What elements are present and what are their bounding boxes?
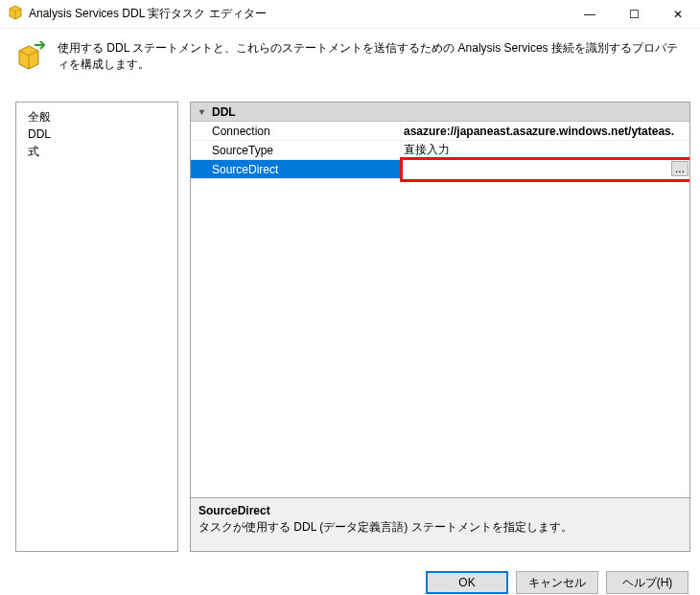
app-icon [8,5,23,23]
grid-body: SourceDirect ... [191,160,689,497]
ok-button-label: OK [458,576,475,589]
ellipsis-button[interactable]: ... [671,161,688,176]
minimize-icon: — [584,8,595,21]
description-pane: SourceDirect タスクが使用する DDL (データ定義言語) ステート… [190,498,690,552]
description-text: タスクが使用する DDL (データ定義言語) ステートメントを指定します。 [198,519,682,536]
titlebar-left: Analysis Services DDL 実行タスク エディター [8,5,267,23]
description-title: SourceDirect [198,504,682,517]
row-sourcetype[interactable]: SourceType 直接入力 [191,141,689,160]
nav-item-expressions[interactable]: 式 [28,143,166,160]
nav-item-ddl[interactable]: DDL [28,126,166,143]
minimize-button[interactable]: — [568,0,612,29]
close-icon: ✕ [673,8,683,21]
maximize-button[interactable]: ☐ [612,0,656,29]
header: 使用する DDL ステートメントと、これらのステートメントを送信するための An… [0,29,700,86]
help-button-label: ヘルプ(H) [622,575,673,591]
cancel-button-label: キャンセル [528,575,586,591]
ok-button[interactable]: OK [426,571,508,594]
prop-value-connection-text: asazure://japaneast.asazure.windows.net/… [404,125,674,138]
window-title: Analysis Services DDL 実行タスク エディター [29,6,267,22]
prop-value-sourcetype-text: 直接入力 [404,142,450,158]
prop-label-connection: Connection [191,122,402,140]
prop-value-connection[interactable]: asazure://japaneast.asazure.windows.net/… [402,122,689,140]
close-button[interactable]: ✕ [656,0,700,29]
window-controls: — ☐ ✕ [568,0,700,29]
row-connection[interactable]: Connection asazure://japaneast.asazure.w… [191,122,689,141]
cancel-button[interactable]: キャンセル [516,571,598,594]
category-label: DDL [212,105,236,119]
footer: OK キャンセル ヘルプ(H) [0,561,700,595]
prop-value-sourcedirect[interactable]: ... [402,160,689,178]
ellipsis-icon: ... [675,163,685,174]
category-header[interactable]: ▾ DDL [191,103,689,122]
property-grid: ▾ DDL Connection asazure://japaneast.asa… [190,102,690,498]
help-button[interactable]: ヘルプ(H) [606,571,688,594]
header-description: 使用する DDL ステートメントと、これらのステートメントを送信するための An… [58,40,685,73]
body: 全般 DDL 式 ▾ DDL Connection asazure://japa… [0,86,700,561]
nav-item-general[interactable]: 全般 [28,108,166,126]
task-icon [15,41,46,72]
main-panel: ▾ DDL Connection asazure://japaneast.asa… [190,102,690,552]
chevron-down-icon: ▾ [195,106,208,117]
prop-value-sourcetype[interactable]: 直接入力 [402,141,689,159]
prop-label-sourcedirect: SourceDirect [191,160,402,178]
row-sourcedirect[interactable]: SourceDirect ... [191,160,689,179]
titlebar: Analysis Services DDL 実行タスク エディター — ☐ ✕ [0,0,700,29]
prop-label-sourcetype: SourceType [191,141,402,159]
nav-panel: 全般 DDL 式 [15,102,178,552]
maximize-icon: ☐ [629,8,640,21]
